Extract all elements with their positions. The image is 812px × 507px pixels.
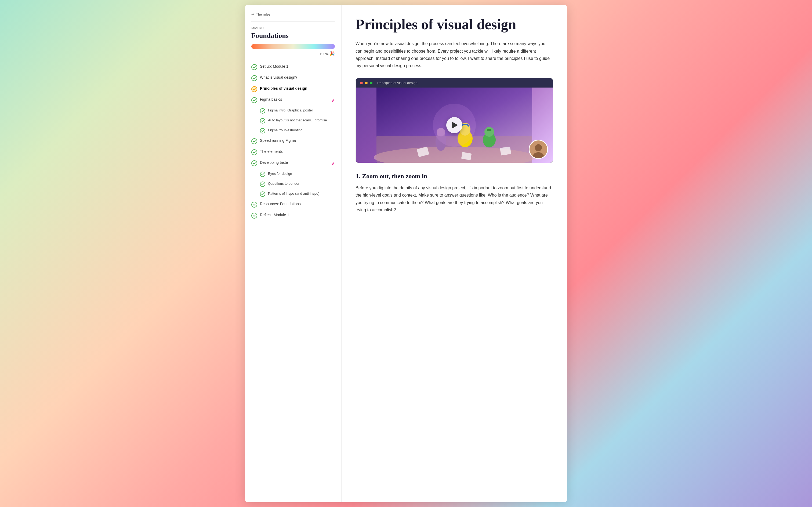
- check-icon-reflect: [251, 213, 257, 219]
- nav-item-elements-label: The elements: [260, 149, 335, 154]
- nav-item-figma-basics[interactable]: Figma basics ∧: [251, 95, 335, 106]
- nav-item-speed-running[interactable]: Speed running Figma: [251, 135, 335, 147]
- subnav-auto-layout[interactable]: Auto layout is not that scary, I promise: [260, 116, 335, 126]
- progress-label: 100% 🎉: [251, 51, 335, 56]
- video-dot-yellow: [365, 81, 367, 84]
- progress-percent: 100%: [320, 52, 329, 56]
- video-body: [356, 88, 553, 163]
- nav-item-resources-label: Resources: Foundations: [260, 202, 335, 207]
- check-icon-questions: [260, 181, 265, 187]
- nav-item-setup[interactable]: Set up: Module 1: [251, 61, 335, 72]
- svg-point-18: [535, 144, 542, 151]
- nav-item-developing-taste-label: Developing taste: [260, 160, 329, 165]
- nav-item-resources[interactable]: Resources: Foundations: [251, 199, 335, 210]
- check-icon-developing-taste: [251, 160, 257, 166]
- svg-rect-10: [487, 129, 491, 131]
- subnav-eyes-for-design[interactable]: Eyes for design: [260, 169, 335, 179]
- video-dot-green: [370, 81, 372, 84]
- check-icon-setup: [251, 64, 257, 70]
- subnav-figma-intro-label: Figma intro: Graphical poster: [268, 108, 313, 113]
- section-1-heading: 1. Zoom out, then zoom in: [355, 173, 553, 180]
- page-title: Principles of visual design: [355, 17, 553, 33]
- nav-item-setup-label: Set up: Module 1: [260, 64, 335, 69]
- subnav-figma-troubleshoot-label: Figma troubleshooting: [268, 128, 303, 133]
- video-title: Principles of visual design: [377, 81, 417, 85]
- subnav-eyes-label: Eyes for design: [268, 171, 292, 176]
- back-link[interactable]: ↩ The rules: [251, 12, 335, 16]
- video-dot-red: [360, 81, 363, 84]
- nav-item-developing-taste[interactable]: Developing taste ∧: [251, 158, 335, 169]
- nav-item-figma-basics-label: Figma basics: [260, 97, 329, 102]
- subnav-patterns-label: Patterns of inspo (and anti-inspo): [268, 191, 320, 196]
- check-icon-what-is: [251, 75, 257, 81]
- intro-text: When you're new to visual design, the pr…: [355, 40, 553, 69]
- svg-point-9: [484, 127, 494, 137]
- check-icon-speed-running: [251, 138, 257, 144]
- nav-list: Set up: Module 1 What is visual design? …: [251, 61, 335, 221]
- instructor-avatar: [529, 139, 548, 159]
- subnav-questions-label: Questions to ponder: [268, 181, 299, 186]
- nav-item-what-is-label: What is visual design?: [260, 75, 335, 80]
- check-icon-figma-troubleshoot: [260, 128, 265, 133]
- video-header: Principles of visual design: [356, 78, 553, 88]
- app-container: ↩ The rules Module 1 Foundations 100% 🎉 …: [245, 5, 567, 502]
- subnav-figma-troubleshoot[interactable]: Figma troubleshooting: [260, 126, 335, 135]
- nav-item-speed-running-label: Speed running Figma: [260, 138, 335, 144]
- chevron-up-icon-figma[interactable]: ∧: [332, 98, 335, 103]
- chevron-up-icon-taste[interactable]: ∧: [332, 161, 335, 167]
- sidebar-divider: [251, 21, 335, 21]
- check-icon-patterns: [260, 191, 265, 197]
- nav-item-elements[interactable]: The elements: [251, 147, 335, 158]
- nav-item-what-is[interactable]: What is visual design?: [251, 72, 335, 83]
- avatar-svg: [529, 140, 547, 158]
- back-arrow-icon: ↩: [251, 12, 254, 16]
- play-button[interactable]: [446, 117, 462, 133]
- check-icon-figma-intro: [260, 108, 265, 114]
- check-icon-elements: [251, 149, 257, 155]
- nav-item-reflect-label: Reflect: Module 1: [260, 212, 335, 218]
- module-label: Module 1: [251, 26, 335, 30]
- main-content: Principles of visual design When you're …: [342, 5, 567, 502]
- svg-rect-15: [500, 147, 511, 156]
- check-icon-figma-basics: [251, 97, 257, 103]
- check-icon-eyes: [260, 172, 265, 177]
- subnav-auto-layout-label: Auto layout is not that scary, I promise: [268, 118, 327, 123]
- party-emoji: 🎉: [330, 51, 335, 56]
- nav-item-reflect[interactable]: Reflect: Module 1: [251, 210, 335, 221]
- check-icon-principles: [251, 86, 257, 92]
- nav-item-principles[interactable]: Principles of visual design: [251, 83, 335, 95]
- section-1-text: Before you dig into the details of any v…: [355, 184, 553, 214]
- subnav-patterns[interactable]: Patterns of inspo (and anti-inspo): [260, 189, 335, 199]
- subnav-figma-intro[interactable]: Figma intro: Graphical poster: [260, 106, 335, 116]
- check-icon-auto-layout: [260, 118, 265, 123]
- back-link-label: The rules: [256, 12, 271, 16]
- nav-item-principles-label: Principles of visual design: [260, 86, 335, 91]
- progress-bar: [251, 44, 335, 49]
- subnav-questions[interactable]: Questions to ponder: [260, 179, 335, 189]
- subnav-figma: Figma intro: Graphical poster Auto layou…: [260, 106, 335, 135]
- module-title: Foundations: [251, 32, 335, 40]
- check-icon-resources: [251, 202, 257, 208]
- video-container: Principles of visual design: [355, 78, 553, 163]
- sidebar: ↩ The rules Module 1 Foundations 100% 🎉 …: [245, 5, 342, 502]
- subnav-taste: Eyes for design Questions to ponder Patt…: [260, 169, 335, 199]
